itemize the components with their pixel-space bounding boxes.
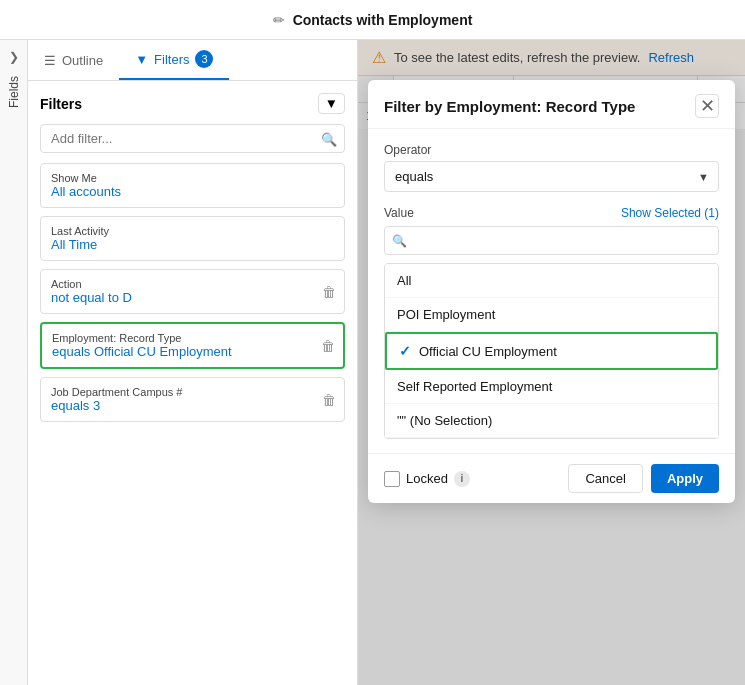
tab-filters[interactable]: ▼ Filters 3 [119, 40, 229, 80]
left-panel: ☰ Outline ▼ Filters 3 Filters ▼ 🔍 Show [28, 40, 358, 685]
filter-dropdown-button[interactable]: ▼ [318, 93, 345, 114]
right-panel: ⚠ To see the latest edits, refresh the p… [358, 40, 745, 685]
filter-search-box: 🔍 [40, 124, 345, 153]
filter-value-action: not equal to D [51, 290, 334, 305]
option-all-label: All [397, 273, 411, 288]
filter-modal: Filter by Employment: Record Type ✕ Oper… [368, 80, 735, 503]
filters-badge: 3 [195, 50, 213, 68]
value-search: 🔍 [384, 226, 719, 255]
filters-heading: Filters [40, 96, 82, 112]
value-row: Value Show Selected (1) [384, 206, 719, 220]
value-label: Value [384, 206, 414, 220]
filter-item-action[interactable]: Action not equal to D 🗑 [40, 269, 345, 314]
fields-tab[interactable]: Fields [3, 72, 25, 112]
locked-checkbox[interactable] [384, 471, 400, 487]
locked-label: Locked [406, 471, 448, 486]
filter-value-employment-record: equals Official CU Employment [52, 344, 333, 359]
filter-label-last-activity: Last Activity [51, 225, 334, 237]
tab-filters-label: Filters [154, 52, 189, 67]
filter-label-employment-record: Employment: Record Type [52, 332, 333, 344]
chevron-right-icon[interactable]: ❯ [9, 50, 19, 64]
search-icon: 🔍 [321, 131, 337, 146]
filter-item-job-dept[interactable]: Job Department Campus # equals 3 🗑 [40, 377, 345, 422]
page-title: Contacts with Employment [293, 12, 473, 28]
option-self-reported[interactable]: Self Reported Employment [385, 370, 718, 404]
filter-item-show-me[interactable]: Show Me All accounts [40, 163, 345, 208]
filter-item-employment-record[interactable]: Employment: Record Type equals Official … [40, 322, 345, 369]
modal-title: Filter by Employment: Record Type [384, 98, 635, 115]
filter-label-show-me: Show Me [51, 172, 334, 184]
option-official-cu[interactable]: ✓ Official CU Employment [385, 332, 718, 370]
outline-icon: ☰ [44, 53, 56, 68]
cancel-button[interactable]: Cancel [568, 464, 642, 493]
vertical-tab: ❯ Fields [0, 40, 28, 685]
filter-value-job-dept: equals 3 [51, 398, 334, 413]
option-poi-label: POI Employment [397, 307, 495, 322]
add-filter-input[interactable] [40, 124, 345, 153]
modal-footer: Locked i Cancel Apply [368, 453, 735, 503]
filter-value-show-me: All accounts [51, 184, 334, 199]
footer-buttons: Cancel Apply [568, 464, 719, 493]
value-search-icon: 🔍 [392, 234, 407, 248]
trash-icon-employment[interactable]: 🗑 [321, 338, 335, 354]
option-no-selection[interactable]: "" (No Selection) [385, 404, 718, 438]
operator-select[interactable]: equals [384, 161, 719, 192]
filter-label-job-dept: Job Department Campus # [51, 386, 334, 398]
locked-section: Locked i [384, 471, 470, 487]
option-list: All POI Employment ✓ Official CU Employm… [384, 263, 719, 439]
option-official-cu-label: Official CU Employment [419, 344, 557, 359]
option-self-reported-label: Self Reported Employment [397, 379, 552, 394]
tab-outline-label: Outline [62, 53, 103, 68]
modal-overlay: Filter by Employment: Record Type ✕ Oper… [358, 40, 745, 685]
filter-label-action: Action [51, 278, 334, 290]
top-bar: ✏ Contacts with Employment [0, 0, 745, 40]
operator-row: equals ▼ [384, 161, 719, 192]
tab-outline[interactable]: ☰ Outline [28, 40, 119, 80]
trash-icon-action[interactable]: 🗑 [322, 284, 336, 300]
main-layout: ❯ Fields ☰ Outline ▼ Filters 3 Filters ▼ [0, 40, 745, 685]
apply-button[interactable]: Apply [651, 464, 719, 493]
filter-panel: Filters ▼ 🔍 Show Me All accounts Last Ac… [28, 81, 357, 685]
check-icon: ✓ [399, 343, 411, 359]
modal-body: Operator equals ▼ Value Show Selected (1… [368, 129, 735, 453]
show-selected-link[interactable]: Show Selected (1) [621, 206, 719, 220]
option-all[interactable]: All [385, 264, 718, 298]
value-search-input[interactable] [384, 226, 719, 255]
filter-panel-title: Filters ▼ [40, 93, 345, 114]
trash-icon-job-dept[interactable]: 🗑 [322, 392, 336, 408]
pencil-icon[interactable]: ✏ [273, 12, 285, 28]
filter-item-last-activity[interactable]: Last Activity All Time [40, 216, 345, 261]
filter-value-last-activity: All Time [51, 237, 334, 252]
tabs: ☰ Outline ▼ Filters 3 [28, 40, 357, 81]
modal-header: Filter by Employment: Record Type ✕ [368, 80, 735, 129]
option-no-selection-label: "" (No Selection) [397, 413, 492, 428]
filter-icon: ▼ [135, 52, 148, 67]
option-poi[interactable]: POI Employment [385, 298, 718, 332]
operator-label: Operator [384, 143, 719, 157]
info-icon[interactable]: i [454, 471, 470, 487]
modal-close-button[interactable]: ✕ [695, 94, 719, 118]
